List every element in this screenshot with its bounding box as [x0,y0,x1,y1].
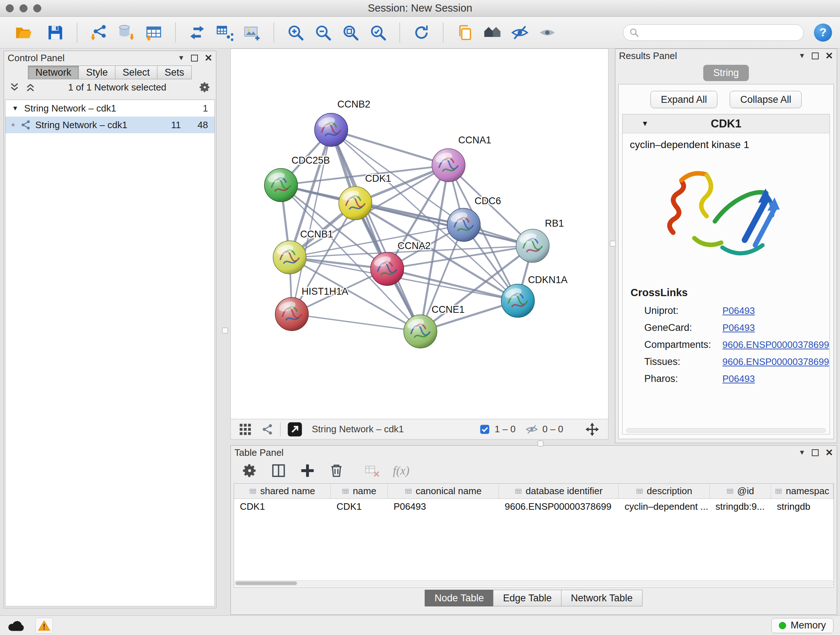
home-view-button[interactable] [482,22,503,43]
table-cell[interactable]: cyclin–dependent ... [619,499,709,514]
pan-crosshair-icon[interactable] [585,422,600,437]
network-node-ccna2[interactable] [370,252,404,286]
network-node-ccne1[interactable] [404,315,437,348]
network-from-table-button[interactable] [214,22,235,43]
scrollbar-thumb[interactable] [235,581,297,585]
export-image-button[interactable] [242,22,263,43]
apply-layout-button[interactable] [411,22,432,43]
import-network-file-button[interactable] [88,22,109,43]
first-neighbors-button[interactable] [187,22,208,43]
network-edge[interactable] [355,203,532,246]
grid-view-icon[interactable] [239,423,252,436]
column-header-6[interactable]: namespac [771,484,834,499]
panel-float-icon[interactable] [191,55,198,62]
memory-button[interactable]: Memory [771,618,834,633]
delete-column-trash-icon[interactable] [328,463,344,478]
table-cell[interactable]: CDK1 [331,499,388,514]
tab-sets[interactable]: Sets [157,65,192,79]
column-header-3[interactable]: database identifier [499,484,619,499]
tab-style[interactable]: Style [79,65,115,79]
column-header-0[interactable]: shared name [234,484,331,499]
panel-collapse-icon[interactable]: ▼ [798,448,805,456]
network-node-cdk1[interactable] [339,187,372,220]
table-horizontal-scrollbar[interactable] [234,580,834,586]
table-settings-gear-icon[interactable] [242,463,257,478]
add-column-icon[interactable] [300,463,316,478]
collapse-all-button[interactable]: Collapse All [729,91,802,108]
panel-close-icon[interactable]: ✕ [825,51,833,60]
expand-all-button[interactable]: Expand All [651,91,718,108]
network-edge[interactable] [331,130,420,332]
panel-divider-handle[interactable] [610,241,616,247]
show-columns-icon[interactable] [271,463,286,478]
column-header-2[interactable]: canonical name [388,484,499,499]
network-node-cdkn1a[interactable] [501,284,535,318]
panel-float-icon[interactable] [812,52,819,59]
table-cell[interactable]: stringdb [771,499,834,514]
selected-checkbox-icon[interactable] [479,424,490,435]
network-node-ccna1[interactable] [432,149,465,182]
column-header-5[interactable]: @id [710,484,771,499]
hidden-eye-slash-icon[interactable] [526,423,538,435]
toolbar-search[interactable] [623,24,804,41]
network-node-cdc6[interactable] [447,208,480,241]
tab-network[interactable]: Network [28,65,79,79]
network-edge[interactable] [292,314,420,332]
panel-float-icon[interactable] [812,449,819,456]
open-session-button[interactable] [13,22,34,43]
import-table-file-button[interactable] [143,22,164,43]
tree-expand-icon[interactable]: ▼ [12,105,19,112]
panel-collapse-icon[interactable]: ▼ [178,54,185,62]
panel-divider-handle[interactable] [538,440,543,447]
collapse-all-networks-icon[interactable] [25,82,36,93]
column-header-1[interactable]: name [331,484,388,499]
uniprot-link[interactable]: P06493 [722,305,755,317]
warnings-button[interactable] [35,618,53,633]
tissues-link[interactable]: 9606.ENSP00000378699 [722,356,829,367]
table-cell[interactable]: CDK1 [234,499,331,514]
search-input[interactable] [643,27,798,38]
zoom-in-button[interactable] [285,22,306,43]
cloud-status-icon[interactable] [7,619,26,632]
pharos-link[interactable]: P06493 [722,373,755,385]
panel-collapse-icon[interactable]: ▼ [798,52,805,60]
network-node-cdc25b[interactable] [264,168,298,202]
network-row[interactable]: • String Network – cdk1 11 48 [5,117,215,133]
zoom-selected-button[interactable] [368,22,388,43]
genecard-link[interactable]: P06493 [722,322,755,333]
network-edge[interactable] [331,130,448,165]
network-collection-row[interactable]: ▼ String Network – cdk1 1 [5,100,215,117]
save-session-button[interactable] [45,22,66,43]
network-view-icon[interactable] [261,423,273,435]
panel-close-icon[interactable]: ✕ [204,53,212,63]
zoom-out-button[interactable] [313,22,333,43]
network-node-ccnb2[interactable] [315,113,348,147]
panel-divider-handle[interactable] [222,328,228,333]
panel-close-icon[interactable]: ✕ [825,448,833,457]
gear-icon[interactable] [199,81,211,93]
table-cell[interactable]: stringdb:9... [710,499,771,514]
tab-edge-table[interactable]: Edge Table [493,590,561,606]
table-cell[interactable]: P06493 [388,499,499,514]
annotation-mode-button[interactable] [287,422,302,437]
tab-string[interactable]: String [703,65,749,81]
horizontal-scrollbar[interactable] [626,428,826,432]
table-row[interactable]: CDK1CDK1P064939606.ENSP00000378699cyclin… [234,499,834,514]
tab-network-table[interactable]: Network Table [561,590,643,606]
import-network-database-button[interactable] [116,22,137,43]
copy-button[interactable] [454,22,475,43]
show-all-button[interactable] [537,22,558,43]
tab-node-table[interactable]: Node Table [425,590,493,606]
help-button[interactable]: ? [814,24,832,42]
hide-selected-button[interactable] [509,22,531,43]
column-header-4[interactable]: description [619,484,709,499]
network-node-rb1[interactable] [516,229,549,263]
zoom-fit-button[interactable] [340,22,361,43]
table-cell[interactable]: 9606.ENSP00000378699 [499,499,619,514]
network-node-hist1h1a[interactable] [275,298,309,331]
network-node-ccnb1[interactable] [273,241,306,274]
expand-all-networks-icon[interactable] [9,82,20,93]
tab-select[interactable]: Select [115,65,157,79]
compartments-link[interactable]: 9606.ENSP00000378699 [722,339,829,350]
network-canvas[interactable]: CCNB2CCNA1CDC25BCDK1CDC6RB1CCNB1CCNA2CDK… [231,49,608,419]
